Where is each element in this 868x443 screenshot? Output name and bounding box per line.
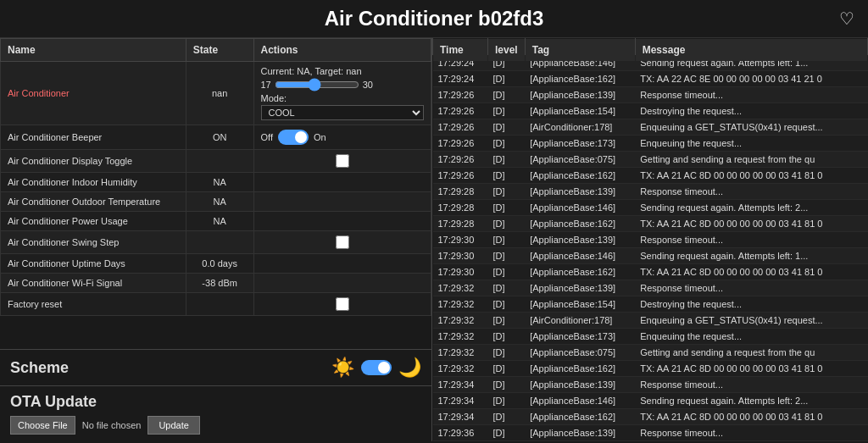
log-level: [D] [488, 216, 526, 232]
log-message: Sending request again. Attempts left: 2.… [635, 393, 867, 409]
log-time: 17:29:26 [433, 136, 488, 152]
right-panel: Time level Tag Message 17:29:24[D][Appli… [432, 38, 868, 441]
log-row: 17:29:36[D][ApplianceBase:139]Response t… [433, 425, 868, 441]
log-time: 17:29:26 [433, 119, 488, 136]
log-message: Response timeout... [635, 280, 867, 296]
log-row: 17:29:30[D][ApplianceBase:146]Sending re… [433, 248, 868, 264]
log-tag: [ApplianceBase:139] [525, 425, 635, 441]
checkbox-cell[interactable] [261, 297, 425, 311]
ota-controls: Choose File No file chosen Update [10, 416, 421, 435]
device-state-cell [186, 293, 253, 316]
device-actions-cell[interactable] [253, 150, 431, 173]
temperature-slider[interactable] [275, 78, 359, 91]
log-level: [D] [488, 280, 526, 296]
log-message: TX: AA 21 AC 8D 00 00 00 00 00 03 41 81 … [635, 409, 867, 425]
log-level: [D] [488, 393, 526, 409]
log-tag: [ApplianceBase:162] [525, 71, 635, 87]
table-row: Air Conditioner Wi-Fi Signal-38 dBm [1, 274, 431, 293]
log-row: 17:29:32[D][ApplianceBase:162]TX: AA 21 … [433, 361, 868, 377]
log-message: Getting and sending a request from the q… [635, 152, 867, 168]
device-actions-cell[interactable] [253, 274, 431, 293]
device-actions-cell[interactable]: Off On [253, 125, 431, 150]
log-message: TX: AA 21 AC 8D 00 00 00 00 00 03 41 81 … [635, 168, 867, 184]
log-time: 17:29:32 [433, 329, 488, 345]
device-actions-cell[interactable] [253, 173, 431, 192]
log-col-message: Message [635, 38, 867, 61]
ac-main-actions: Current: NA, Target: nan 17 30 Mode: COO… [261, 66, 425, 120]
log-tag: [ApplianceBase:162] [525, 361, 635, 377]
log-time: 17:29:34 [433, 393, 488, 409]
log-tag: [ApplianceBase:154] [525, 103, 635, 119]
log-level: [D] [488, 119, 526, 136]
device-state-cell: 0.0 days [186, 254, 253, 274]
choose-file-button[interactable]: Choose File [10, 416, 75, 435]
ota-panel: OTA Update Choose File No file chosen Up… [0, 385, 431, 441]
log-message: TX: AA 21 AC 8D 00 00 00 00 00 03 41 81 … [635, 361, 867, 377]
log-row: 17:29:26[D][ApplianceBase:075]Getting an… [433, 152, 868, 168]
beeper-toggle[interactable] [278, 130, 309, 145]
log-level: [D] [488, 329, 526, 345]
favorite-icon[interactable]: ♡ [839, 8, 854, 29]
log-tag: [ApplianceBase:139] [525, 184, 635, 200]
left-panel: Name State Actions Air Conditionernan Cu… [0, 38, 432, 441]
log-row: 17:29:30[D][ApplianceBase:139]Response t… [433, 232, 868, 248]
log-row: 17:29:26[D][ApplianceBase:154]Destroying… [433, 103, 868, 119]
action-checkbox[interactable] [336, 235, 349, 249]
device-state-cell: NA [186, 173, 253, 192]
log-tag: [ApplianceBase:075] [525, 152, 635, 168]
log-level: [D] [488, 313, 526, 329]
action-checkbox[interactable] [336, 154, 349, 168]
log-time: 17:29:30 [433, 264, 488, 280]
device-actions-cell[interactable]: Current: NA, Target: nan 17 30 Mode: COO… [253, 62, 431, 125]
log-time: 17:29:26 [433, 152, 488, 168]
log-message: TX: AA 21 AC 8D 00 00 00 00 00 03 41 81 … [635, 216, 867, 232]
mode-select[interactable]: COOLHEATFANDRYAUTO [261, 105, 425, 120]
log-col-level: level [488, 38, 526, 61]
device-name-cell: Air Conditioner Power Usage [1, 212, 186, 231]
device-actions-cell[interactable] [253, 293, 431, 316]
log-message: Response timeout... [635, 232, 867, 248]
log-time: 17:29:28 [433, 216, 488, 232]
log-message: Sending request again. Attempts left: 2.… [635, 200, 867, 216]
device-actions-cell[interactable] [253, 254, 431, 274]
device-state-cell: nan [186, 62, 253, 125]
ota-title: OTA Update [10, 393, 421, 411]
page-title: Air Conditioner b02fd3 [0, 7, 868, 30]
device-name-cell: Air Conditioner Wi-Fi Signal [1, 274, 186, 293]
log-time: 17:29:32 [433, 345, 488, 361]
log-message: Response timeout... [635, 87, 867, 103]
log-level: [D] [488, 168, 526, 184]
log-message: Destroying the request... [635, 103, 867, 119]
log-time: 17:29:32 [433, 280, 488, 296]
device-state-cell: -38 dBm [186, 274, 253, 293]
scheme-icons: ☀️ 🌙 [331, 357, 421, 379]
checkbox-cell[interactable] [261, 235, 425, 249]
log-time: 17:29:28 [433, 184, 488, 200]
device-state-cell: NA [186, 192, 253, 212]
log-row: 17:29:32[D][ApplianceBase:154]Destroying… [433, 296, 868, 313]
table-row: Air Conditioner BeeperON Off On [1, 125, 431, 150]
slider-container[interactable]: 17 30 [261, 78, 425, 91]
log-tag: [AirConditioner:178] [525, 119, 635, 136]
log-col-time: Time [433, 38, 488, 61]
table-row: Air Conditioner Display Toggle [1, 150, 431, 173]
toggle-off-label: Off [261, 132, 273, 142]
scheme-toggle[interactable] [361, 360, 392, 375]
device-actions-cell[interactable] [253, 231, 431, 254]
log-level: [D] [488, 409, 526, 425]
log-time: 17:29:32 [433, 296, 488, 313]
checkbox-cell[interactable] [261, 154, 425, 168]
log-container: Time level Tag Message 17:29:24[D][Appli… [432, 38, 868, 441]
log-row: 17:29:28[D][ApplianceBase:146]Sending re… [433, 200, 868, 216]
device-actions-cell[interactable] [253, 192, 431, 212]
log-level: [D] [488, 71, 526, 87]
device-actions-cell[interactable] [253, 212, 431, 231]
mode-row: Mode: [261, 93, 425, 103]
log-message: Destroying the request... [635, 296, 867, 313]
log-row: 17:29:34[D][ApplianceBase:146]Sending re… [433, 393, 868, 409]
action-checkbox[interactable] [336, 297, 349, 311]
update-button[interactable]: Update [147, 416, 199, 435]
table-row: Air Conditionernan Current: NA, Target: … [1, 62, 431, 125]
device-state-cell: ON [186, 125, 253, 150]
log-tag: [ApplianceBase:173] [525, 136, 635, 152]
